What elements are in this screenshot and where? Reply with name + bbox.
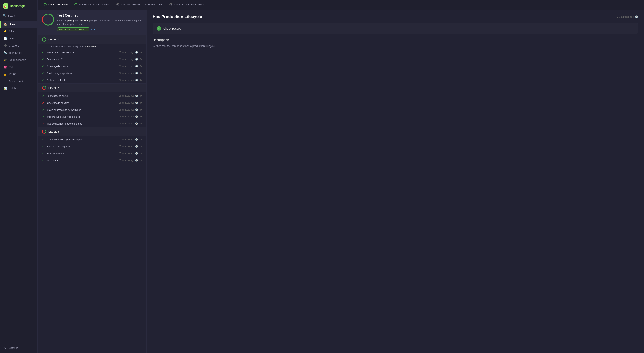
sidebar-item-label: Docs [9, 37, 15, 40]
main-content: Test CertifiedGolden State for Web⚙Recom… [38, 0, 644, 353]
sidebar-bottom: ⚙ Settings [0, 343, 38, 353]
clock-icon-health-check: 🕐 [135, 152, 138, 155]
search-label: Search [8, 14, 16, 17]
check-name-coverage-known: Coverage is known [47, 65, 117, 68]
check-row-coverage-known[interactable]: ✓ Coverage is known 15 minutes ago 🕐 ↻ [38, 62, 146, 70]
create-icon: ➕ [4, 44, 7, 47]
tech-radar-icon: 📡 [4, 51, 7, 54]
search-button[interactable]: 🔍 Search [0, 12, 38, 19]
refresh-icon-continuous-delivery[interactable]: ↻ [140, 116, 142, 118]
check-row-continuous-deployment[interactable]: ✓ Continuous deployment is in place 15 m… [38, 136, 146, 143]
refresh-icon-coverage-healthy[interactable]: ↻ [140, 102, 142, 104]
sidebar-item-label: Soundcheck [9, 80, 23, 83]
level-header-level2: LEVEL 2 [38, 84, 146, 92]
clock-icon-static-no-warnings: 🕐 [135, 108, 138, 111]
clock-icon-coverage-known: 🕐 [135, 65, 138, 68]
tab-scm-compliance[interactable]: ⚙Basic SCM Compliance [166, 0, 207, 9]
clock-icon-alerting-configured: 🕐 [135, 145, 138, 148]
sidebar-item-label: Settings [9, 346, 18, 350]
sidebar-item-label: Skill Exchange [9, 58, 26, 62]
check-row-alerting-configured[interactable]: ✓ Alerting is configured 15 minutes ago … [38, 143, 146, 150]
apis-icon: ⚡ [4, 30, 7, 33]
level-title-level2: LEVEL 2 [48, 87, 59, 90]
clock-icon-has-prod-lifecycle: 🕐 [135, 51, 138, 54]
refresh-icon-coverage-known[interactable]: ↻ [140, 65, 142, 68]
scorecard-header: Test Certified Improve quality and relia… [38, 10, 146, 35]
sidebar-item-tech-radar[interactable]: 📡 Tech Radar [0, 49, 38, 56]
tab-test-certified[interactable]: Test Certified [40, 0, 71, 9]
tab-github-settings[interactable]: ⚙Recommended Github Settings [113, 0, 166, 9]
refresh-icon-no-flaky-tests[interactable]: ↻ [140, 159, 142, 162]
check-row-component-lifecycle[interactable]: ✕ Has component lifecycle defined 15 min… [38, 120, 146, 127]
tab-label-golden-state: Golden State for Web [79, 4, 110, 6]
sidebar-item-create[interactable]: ➕ Create... [0, 42, 38, 49]
refresh-icon-continuous-deployment[interactable]: ↻ [140, 138, 142, 141]
check-pass-alerting-configured: ✓ [42, 145, 45, 148]
sidebar-item-rbac[interactable]: 🔒 RBAC [0, 71, 38, 78]
sidebar-item-label: Home [9, 23, 16, 26]
sidebar-item-insights[interactable]: 📊 Insights [0, 85, 38, 92]
refresh-icon-alerting-configured[interactable]: ↻ [140, 145, 142, 148]
level-title-level3: LEVEL 3 [48, 130, 59, 133]
check-fail-component-lifecycle: ✕ [42, 122, 45, 125]
clock-icon-slis-defined: 🕐 [135, 79, 138, 82]
check-time-alerting-configured: 15 minutes ago 🕐 [119, 145, 138, 148]
pulse-icon: 💓 [4, 66, 7, 69]
check-time-no-flaky-tests: 15 minutes ago 🕐 [119, 159, 138, 162]
time-label: 15 minutes ago [617, 16, 634, 18]
sidebar-item-label: APIs [9, 30, 14, 33]
check-name-has-prod-lifecycle: Has Production Lifecycle [47, 51, 117, 54]
check-name-static-no-warnings: Static analysis has no warnings [47, 108, 117, 111]
check-row-tests-passed-ci[interactable]: ✓ Tests passed on CI 15 minutes ago 🕐 ↻ [38, 92, 146, 99]
sidebar-item-settings[interactable]: ⚙ Settings [0, 344, 38, 352]
tab-icon-golden-state [74, 3, 78, 6]
refresh-icon-tests-run-ci[interactable]: ↻ [140, 58, 142, 61]
app-logo[interactable]: 🎸 Backstage [0, 0, 38, 12]
check-row-coverage-healthy[interactable]: ✕ Coverage is healthy 15 minutes ago 🕐 ↻ [38, 99, 146, 106]
sidebar-item-apis[interactable]: ⚡ APIs [0, 28, 38, 35]
check-row-static-no-warnings[interactable]: ✓ Static analysis has no warnings 15 min… [38, 106, 146, 113]
sidebar-item-skill-exchange[interactable]: 🎓 Skill Exchange [0, 56, 38, 64]
check-status-card: ✓ Check passed [153, 23, 638, 34]
refresh-icon-health-check[interactable]: ↻ [140, 152, 142, 155]
check-name-health-check: Has health check [47, 152, 117, 155]
level-icon-level3 [42, 130, 46, 134]
tab-golden-state[interactable]: Golden State for Web [72, 0, 112, 9]
check-pass-icon: ✓ [156, 26, 161, 31]
check-status-text: Check passed [163, 27, 181, 30]
refresh-icon-static-no-warnings[interactable]: ↻ [140, 108, 142, 111]
read-more-link[interactable]: more [90, 28, 95, 31]
refresh-icon-static-analysis[interactable]: ↻ [140, 72, 142, 74]
sidebar-item-pulse[interactable]: 💓 Pulse [0, 64, 38, 71]
refresh-icon-component-lifecycle[interactable]: ↻ [140, 122, 142, 125]
check-row-no-flaky-tests[interactable]: ✓ No flaky tests 15 minutes ago 🕐 ↻ [38, 157, 146, 164]
check-name-tests-run-ci: Tests run on CI [47, 58, 117, 61]
check-row-slis-defined[interactable]: ✓ SLIs are defined 15 minutes ago 🕐 ↻ [38, 76, 146, 84]
sidebar-item-soundcheck[interactable]: ✓ Soundcheck [0, 78, 38, 85]
check-pass-static-no-warnings: ✓ [42, 108, 45, 111]
check-row-continuous-delivery[interactable]: ✓ Continuous delivery is in place 15 min… [38, 113, 146, 120]
sidebar-item-label: Tech Radar [9, 51, 22, 54]
check-row-has-prod-lifecycle[interactable]: ✓ Has Production Lifecycle 15 minutes ag… [38, 49, 146, 56]
check-name-coverage-healthy: Coverage is healthy [47, 102, 117, 104]
soundcheck-icon: ✓ [4, 80, 7, 83]
check-row-static-analysis[interactable]: ✓ Static analysis performed 15 minutes a… [38, 70, 146, 76]
check-name-continuous-delivery: Continuous delivery is in place [47, 116, 117, 118]
logo-icon: 🎸 [3, 4, 8, 9]
check-row-health-check[interactable]: ✓ Has health check 15 minutes ago 🕐 ↻ [38, 150, 146, 157]
tab-label-scm-compliance: Basic SCM Compliance [174, 4, 204, 6]
clock-icon-continuous-delivery: 🕐 [135, 116, 138, 118]
refresh-icon-slis-defined[interactable]: ↻ [140, 79, 142, 82]
sidebar-item-home[interactable]: 🏠 Home [0, 21, 38, 28]
check-pass-has-prod-lifecycle: ✓ [42, 51, 45, 54]
check-row-tests-run-ci[interactable]: ✓ Tests run on CI 15 minutes ago 🕐 ↻ [38, 56, 146, 62]
sidebar-item-docs[interactable]: 📄 Docs [0, 35, 38, 42]
clock-icon-no-flaky-tests: 🕐 [135, 159, 138, 162]
sidebar-item-label: Create... [9, 44, 19, 47]
refresh-icon-tests-passed-ci[interactable]: ↻ [140, 94, 142, 97]
passed-badge: Passed: 86% (12 of 14 checks) [57, 28, 89, 31]
clock-icon-static-analysis: 🕐 [135, 72, 138, 74]
tab-icon-github-settings: ⚙ [116, 3, 119, 6]
tab-icon-scm-compliance: ⚙ [169, 3, 172, 6]
refresh-icon-has-prod-lifecycle[interactable]: ↻ [140, 51, 142, 54]
